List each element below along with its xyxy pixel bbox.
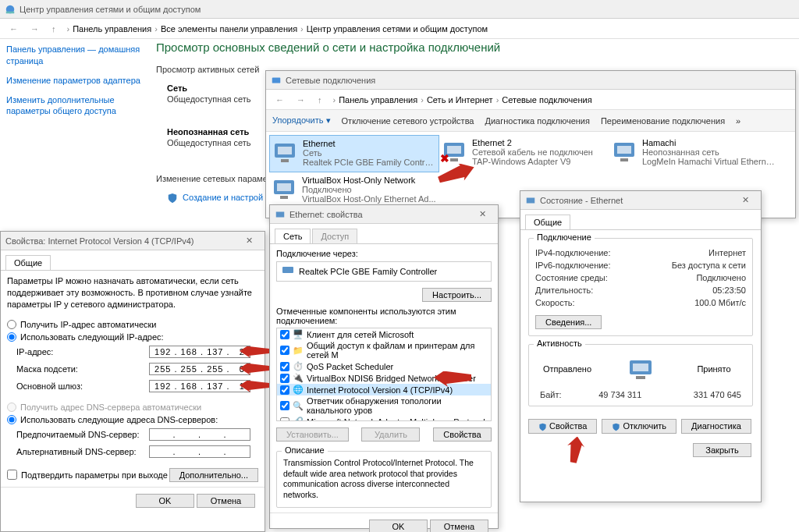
shield-icon: [612, 423, 620, 431]
component-icon: 📁: [293, 346, 304, 356]
component-item[interactable]: 📁Общий доступ к файлам и принтерам для с…: [277, 340, 491, 360]
validate-checkbox[interactable]: Подтвердить параметры при выходе: [7, 470, 168, 480]
component-item[interactable]: 🔍Ответчик обнаружения топологии канально…: [277, 395, 491, 416]
titlebar: Свойства: Internet Protocol Version 4 (T…: [1, 232, 265, 250]
ok-button[interactable]: OK: [369, 520, 428, 532]
component-item-ipv4[interactable]: 🌐Internet Protocol Version 4 (TCP/IPv4): [277, 384, 491, 395]
titlebar: Состояние - Ethernet ✕: [520, 191, 761, 210]
component-checkbox[interactable]: [280, 401, 289, 410]
nav-up-icon[interactable]: ↑: [47, 24, 61, 34]
bytes-recv: 331 470 645: [679, 390, 741, 399]
connection-device: LogMeIn Hamachi Virtual Etherne...: [642, 157, 776, 166]
breadcrumb-item[interactable]: Сеть и Интернет: [427, 95, 493, 105]
connection-name: VirtualBox Host-Only Network: [302, 176, 436, 185]
component-item[interactable]: 🖥️Клиент для сетей Microsoft: [277, 328, 491, 340]
ethernet-properties-window: Ethernet: свойства ✕ Сеть Доступ Подключ…: [269, 204, 499, 529]
diagnose-button[interactable]: Диагностика подключения: [485, 116, 589, 126]
manual-dns-radio[interactable]: Использовать следующие адреса DNS-сервер…: [7, 413, 258, 426]
ipv4-label: IPv4-подключение:: [535, 248, 611, 257]
svg-rect-17: [527, 197, 535, 203]
auto-ip-radio[interactable]: Получить IP-адрес автоматически: [7, 318, 258, 331]
svg-rect-20: [636, 376, 645, 379]
close-icon[interactable]: ✕: [471, 209, 493, 219]
component-item[interactable]: 🔌VirtualBox NDIS6 Bridged Networking Dri…: [277, 372, 491, 384]
gateway-input[interactable]: [149, 380, 250, 392]
connection-item-hamachi[interactable]: Hamachi Неопознанная сеть LogMeIn Hamach…: [609, 135, 779, 172]
titlebar: Центр управления сетями и общим доступом: [0, 0, 799, 19]
description-legend: Описание: [282, 445, 328, 455]
component-properties-button[interactable]: Свойства: [433, 427, 492, 442]
breadcrumb-item[interactable]: Панель управления: [73, 24, 151, 34]
connection-device: Realtek PCIe GBE Family Controller: [303, 158, 435, 167]
properties-button[interactable]: Свойства: [528, 419, 597, 434]
diagnose-button[interactable]: Диагностика: [681, 419, 751, 434]
breadcrumb-item[interactable]: Сетевые подключения: [502, 95, 591, 105]
mask-label: Маска подсети:: [16, 364, 149, 374]
window-title: Сетевые подключения: [286, 76, 375, 85]
nav-fwd-icon[interactable]: →: [26, 24, 44, 34]
window-title: Ethernet: свойства: [289, 210, 363, 219]
cancel-button[interactable]: Отмена: [197, 494, 255, 508]
advanced-button[interactable]: Дополнительно...: [169, 468, 258, 482]
ipv6-label: IPv6-подключение:: [535, 261, 611, 270]
organize-button[interactable]: Упорядочить ▾: [272, 115, 331, 126]
device-name: Realtek PCIe GBE Family Controller: [299, 267, 437, 276]
nav-back-icon[interactable]: ←: [5, 24, 23, 34]
tabs: Сеть Доступ: [270, 224, 498, 244]
breadcrumb-item[interactable]: Центр управления сетями и общим доступом: [307, 24, 488, 34]
ethernet-icon: [275, 209, 286, 220]
tab-general[interactable]: Общие: [525, 215, 570, 229]
ethernet-icon: [272, 176, 299, 207]
nic-icon: [282, 265, 294, 278]
component-checkbox[interactable]: [280, 330, 289, 339]
shield-icon: [167, 193, 178, 204]
dns1-input[interactable]: [149, 428, 250, 441]
disable-button[interactable]: Отключить: [602, 419, 676, 434]
bytes-sent: 49 734 311: [589, 390, 652, 399]
sidebar-home-link[interactable]: Панель управления — домашняя страница: [6, 44, 143, 67]
install-button[interactable]: Установить...: [276, 427, 349, 442]
connection-item-ethernet2[interactable]: ✖ Ethernet 2 Сетевой кабель не подключен…: [439, 135, 609, 172]
connection-item-ethernet[interactable]: Ethernet Сеть Realtek PCIe GBE Family Co…: [269, 135, 439, 172]
nav-up-icon[interactable]: ↑: [313, 95, 327, 105]
create-connection-link[interactable]: Создание и настрой: [183, 193, 263, 202]
description-text: Transmission Control Protocol/Internet P…: [283, 458, 485, 501]
close-icon[interactable]: ✕: [734, 195, 756, 205]
more-button[interactable]: »: [736, 116, 740, 126]
nav-back-icon[interactable]: ←: [271, 95, 289, 105]
cancel-button[interactable]: Отмена: [430, 520, 488, 532]
tab-general[interactable]: Общие: [5, 255, 51, 270]
component-checkbox[interactable]: [280, 346, 289, 355]
window-title: Центр управления сетями и общим доступом: [20, 5, 201, 14]
manual-ip-radio[interactable]: Использовать следующий IP-адрес:: [7, 331, 258, 343]
components-list: 🖥️Клиент для сетей Microsoft 📁Общий дост…: [276, 328, 492, 421]
details-button[interactable]: Сведения...: [535, 315, 602, 329]
nav-fwd-icon[interactable]: →: [292, 95, 310, 105]
breadcrumb-item[interactable]: Все элементы панели управления: [161, 24, 297, 34]
sidebar-sharing-link[interactable]: Изменить дополнительные параметры общего…: [6, 94, 143, 118]
component-checkbox[interactable]: [280, 374, 289, 383]
component-item[interactable]: 🔗Microsoft Network Adapter Multiplexor P…: [277, 416, 491, 421]
dns2-label: Альтернативный DNS-сервер:: [16, 447, 149, 456]
component-checkbox[interactable]: [280, 362, 289, 371]
network-connections-icon: [271, 75, 282, 86]
disable-device-button[interactable]: Отключение сетевого устройства: [342, 116, 474, 126]
sidebar-adapter-link[interactable]: Изменение параметров адаптера: [6, 75, 143, 87]
remove-button[interactable]: Удалить: [361, 427, 420, 442]
rename-button[interactable]: Переименование подключения: [601, 116, 725, 126]
component-item[interactable]: ⏱️QoS Packet Scheduler: [277, 360, 491, 372]
configure-button[interactable]: Настроить...: [422, 288, 492, 302]
close-icon[interactable]: ✕: [238, 236, 260, 246]
component-checkbox[interactable]: [280, 385, 289, 395]
dns2-input[interactable]: [149, 445, 250, 458]
tab-network[interactable]: Сеть: [275, 229, 311, 243]
breadcrumb-bar: ← → ↑ › Панель управления › Все элементы…: [0, 19, 799, 39]
mask-input[interactable]: [149, 363, 250, 375]
sent-label: Отправлено: [540, 364, 595, 374]
ok-button[interactable]: OK: [136, 494, 194, 508]
ip-input[interactable]: [149, 346, 250, 358]
breadcrumb-item[interactable]: Панель управления: [339, 95, 417, 105]
shield-icon: [538, 423, 547, 431]
close-button[interactable]: Закрыть: [693, 443, 751, 457]
tab-access[interactable]: Доступ: [312, 229, 357, 243]
